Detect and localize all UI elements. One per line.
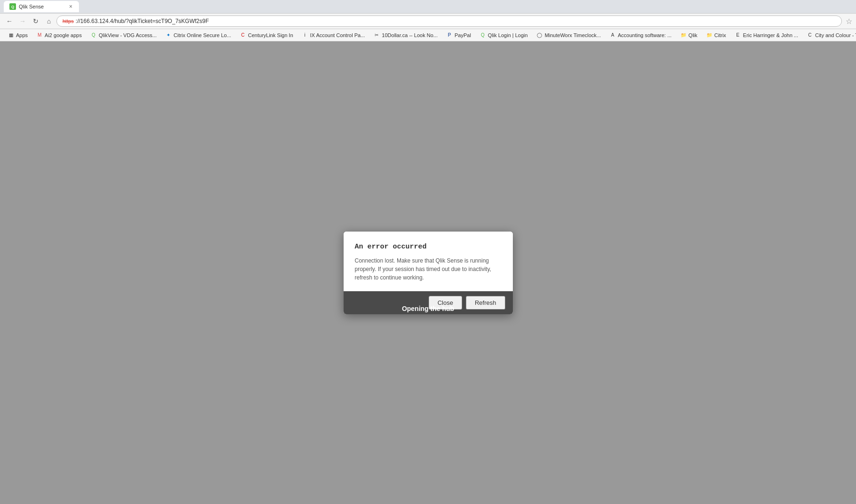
url-secure-indicator: https (63, 18, 74, 24)
bookmark-label-ix: IX Account Control Pa... (310, 32, 365, 38)
url-text: ://166.63.124.4/hub/?qlikTicket=scT9O_7s… (76, 18, 209, 24)
reload-button[interactable]: ↻ (30, 16, 41, 27)
bookmark-icon-eric: E (735, 32, 741, 39)
opening-hub-status: Opening the hub (402, 305, 454, 312)
bookmark-icon-accounting: A (609, 32, 616, 39)
refresh-button[interactable]: Refresh (466, 296, 505, 310)
tab-favicon: Q (9, 3, 16, 10)
tab-close-button[interactable]: × (68, 3, 73, 10)
bookmark-label-citrix-folder: Citrix (715, 32, 726, 38)
bookmark-label-10dollar: 10Dollar.ca -- Look No... (382, 32, 438, 38)
bookmark-icon-citrix-online: ✦ (165, 32, 172, 39)
bookmark-item-paypal[interactable]: P PayPal (442, 31, 475, 39)
bookmark-icon-minuteworx: ◯ (536, 32, 543, 39)
tab-title: Qlik Sense (19, 4, 44, 9)
bookmark-label-paypal: PayPal (455, 32, 471, 38)
bookmark-icon-qlik-login: Q (479, 32, 486, 39)
bookmark-item-ix[interactable]: i IX Account Control Pa... (298, 31, 369, 39)
nav-bar: ← → ↻ ⌂ https ://166.63.124.4/hub/?qlikT… (0, 13, 856, 29)
bookmark-icon-city-colour: C (807, 32, 813, 39)
bookmark-icon-ix: i (302, 32, 308, 39)
bookmark-item-ai2[interactable]: M Ai2 google apps (32, 31, 86, 39)
bookmark-item-qlik-login[interactable]: Q Qlik Login | Login (476, 31, 532, 39)
bookmark-star-button[interactable]: ☆ (846, 17, 852, 26)
bookmark-item-citrix-online[interactable]: ✦ Citrix Online Secure Lo... (161, 31, 235, 39)
bookmark-item-eric[interactable]: E Eric Harringer & John ... (731, 31, 802, 39)
bookmark-label-centurylink: CenturyLink Sign In (248, 32, 293, 38)
bookmark-item-city-colour[interactable]: C City and Colour - This ... (803, 31, 856, 39)
bookmark-label-accounting: Accounting software: ... (618, 32, 671, 38)
back-button[interactable]: ← (4, 16, 15, 27)
bookmark-label-qlik-login: Qlik Login | Login (488, 32, 528, 38)
bookmark-label-qlik-folder: Qlik (689, 32, 698, 38)
bookmark-item-minuteworx[interactable]: ◯ MinuteWorx Timeclock... (533, 31, 605, 39)
bookmark-icon-centurylink: C (240, 32, 246, 39)
bookmark-item-apps[interactable]: ▦ Apps (4, 31, 31, 39)
bookmark-icon-qlik-folder: 📁 (680, 32, 687, 39)
bookmark-item-qlikview[interactable]: Q QlikView - VDG Access... (86, 31, 160, 39)
bookmark-item-10dollar[interactable]: ✂ 10Dollar.ca -- Look No... (369, 31, 441, 39)
title-bar: Q Qlik Sense × (0, 0, 856, 13)
bookmark-label-minuteworx: MinuteWorx Timeclock... (545, 32, 601, 38)
error-dialog: An error occurred Connection lost. Make … (344, 232, 513, 314)
bookmark-label-ai2: Ai2 google apps (45, 32, 82, 38)
bookmark-item-qlik-folder[interactable]: 📁 Qlik (676, 31, 701, 39)
bookmark-icon-apps: ▦ (8, 32, 14, 39)
dialog-title: An error occurred (355, 243, 502, 251)
bookmark-icon-qlikview: Q (90, 32, 97, 39)
bookmark-label-qlikview: QlikView - VDG Access... (99, 32, 157, 38)
bookmark-label-citrix-online: Citrix Online Secure Lo... (173, 32, 231, 38)
dialog-body: An error occurred Connection lost. Make … (344, 232, 513, 291)
bookmark-item-centurylink[interactable]: C CenturyLink Sign In (236, 31, 297, 39)
bookmark-label-apps: Apps (16, 32, 28, 38)
address-bar[interactable]: https ://166.63.124.4/hub/?qlikTicket=sc… (56, 16, 842, 27)
home-button[interactable]: ⌂ (43, 16, 55, 27)
bookmark-icon-ai2: M (36, 32, 43, 39)
bookmark-icon-10dollar: ✂ (373, 32, 380, 39)
page-content: An error occurred Connection lost. Make … (0, 41, 856, 504)
forward-button[interactable]: → (17, 16, 28, 27)
bookmark-label-eric: Eric Harringer & John ... (743, 32, 798, 38)
dialog-message: Connection lost. Make sure that Qlik Sen… (355, 256, 502, 282)
bookmarks-bar: ▦ Apps M Ai2 google apps Q QlikView - VD… (0, 29, 856, 41)
browser-tab[interactable]: Q Qlik Sense × (4, 1, 79, 12)
bookmark-label-city-colour: City and Colour - This ... (815, 32, 856, 38)
dialog-overlay: An error occurred Connection lost. Make … (0, 41, 856, 504)
bookmark-icon-paypal: P (446, 32, 453, 39)
bookmark-icon-citrix-folder: 📁 (706, 32, 713, 39)
bookmark-item-accounting[interactable]: A Accounting software: ... (605, 31, 675, 39)
browser-frame: Q Qlik Sense × ← → ↻ ⌂ https ://166.63.1… (0, 0, 856, 504)
bookmark-item-citrix-folder[interactable]: 📁 Citrix (702, 31, 730, 39)
